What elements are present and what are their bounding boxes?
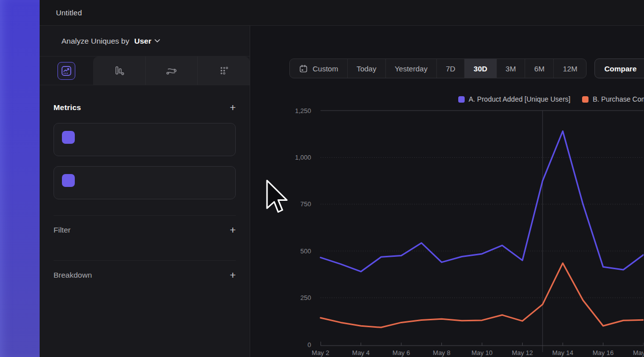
x-tick-label: May 10 (472, 349, 493, 357)
report-title: Untitled (56, 8, 82, 17)
metric-card-b[interactable] (54, 166, 236, 199)
flows-icon (165, 64, 178, 77)
series-line-b (321, 263, 644, 328)
app-body: Analyze Uniques by User (40, 26, 644, 357)
x-tick-label: May 16 (592, 349, 614, 357)
metric-badge (62, 131, 75, 144)
inactive-tabs-panel (93, 57, 250, 85)
add-metric-button[interactable]: + (230, 103, 236, 113)
retention-grid-icon (217, 64, 230, 77)
legend-label: B. Purchase Completed [Unique Users] (592, 95, 644, 103)
metric-card-row (62, 174, 227, 187)
tab-flows[interactable] (145, 57, 198, 85)
screenshot-root: Untitled Analyze Uniques by User (0, 0, 644, 357)
x-tick-label: May 18 (633, 349, 644, 357)
range-label: 6M (534, 64, 544, 73)
metrics-list (54, 123, 236, 199)
metric-card-row (62, 131, 227, 144)
analyze-entity-value: User (134, 37, 151, 46)
top-bar: Untitled (40, 0, 644, 26)
calendar-icon (299, 64, 308, 73)
filter-section: Filter + (54, 216, 236, 244)
metrics-header: Metrics + (54, 102, 236, 113)
chevron-down-icon (155, 39, 160, 43)
add-filter-button[interactable]: + (230, 225, 236, 235)
analyze-entity-dropdown[interactable]: User (134, 37, 160, 46)
filter-label: Filter (54, 226, 70, 235)
legend-label: A. Product Added [Unique Users] (469, 95, 570, 103)
x-tick-label: May 6 (392, 349, 410, 357)
legend-item[interactable]: B. Purchase Completed [Unique Users] (582, 95, 644, 103)
analyze-label: Analyze Uniques by (61, 37, 129, 46)
legend-item[interactable]: A. Product Added [Unique Users] (458, 95, 570, 103)
range-label: 30D (474, 64, 487, 73)
range-label: 12M (563, 64, 577, 73)
breakdown-section: Breakdown + (54, 261, 236, 290)
series-line-a (321, 131, 644, 272)
x-tick-label: May 2 (312, 349, 329, 357)
range-button-7d[interactable]: 7D (436, 59, 464, 78)
bar-chart-icon (112, 64, 125, 77)
breakdown-label: Breakdown (54, 271, 92, 280)
x-tick-label: May 12 (512, 349, 533, 357)
mouse-pointer (266, 179, 289, 218)
y-tick-label: 1,250 (295, 107, 311, 115)
range-button-30d[interactable]: 30D (464, 59, 496, 78)
range-button-today[interactable]: Today (347, 59, 385, 78)
line-chart-icon (60, 65, 72, 77)
range-label: Today (357, 64, 376, 73)
legend-swatch (582, 96, 589, 103)
chart-type-tabs (40, 57, 250, 85)
y-tick-label: 0 (308, 341, 311, 349)
tab-bar-chart[interactable] (93, 57, 145, 85)
add-breakdown-button[interactable]: + (230, 270, 236, 280)
query-sidebar: Analyze Uniques by User (40, 26, 250, 357)
x-tick-label: May 14 (552, 349, 574, 357)
range-button-yesterday[interactable]: Yesterday (385, 59, 436, 78)
range-label: Custom (313, 64, 338, 73)
metrics-title: Metrics (54, 103, 81, 112)
x-tick-label: May 4 (352, 349, 370, 357)
analyze-header: Analyze Uniques by User (40, 26, 250, 57)
range-label: 3M (506, 64, 516, 73)
y-tick-label: 500 (300, 247, 311, 255)
metric-card-a[interactable] (54, 123, 236, 156)
metric-badge (62, 174, 75, 187)
y-tick-label: 750 (300, 200, 311, 208)
chart-panel: CustomTodayYesterday7D30D3M6M12M Compare… (250, 26, 644, 357)
date-range-toolbar: CustomTodayYesterday7D30D3M6M12M (289, 59, 587, 78)
range-label: Yesterday (395, 64, 428, 73)
x-tick-label: May 8 (433, 349, 450, 357)
tab-retention[interactable] (197, 57, 250, 85)
chart-legend: A. Product Added [Unique Users]B. Purcha… (458, 95, 644, 103)
analytics-app-window: Untitled Analyze Uniques by User (40, 0, 644, 357)
legend-swatch (458, 96, 465, 103)
compare-button[interactable]: Compare (594, 59, 644, 78)
range-button-custom[interactable]: Custom (290, 59, 347, 78)
y-tick-label: 250 (300, 294, 311, 301)
range-button-6m[interactable]: 6M (525, 59, 553, 78)
range-label: 7D (446, 64, 455, 73)
tab-insights-selected-frame (57, 62, 75, 80)
background-gradient-strip (0, 0, 40, 357)
tab-insights[interactable] (40, 57, 93, 85)
range-button-3m[interactable]: 3M (496, 59, 525, 78)
range-button-12m[interactable]: 12M (553, 59, 586, 78)
sidebar-sections: Metrics + Filter + Breakdown + (40, 85, 250, 290)
y-tick-label: 1,000 (295, 154, 311, 161)
